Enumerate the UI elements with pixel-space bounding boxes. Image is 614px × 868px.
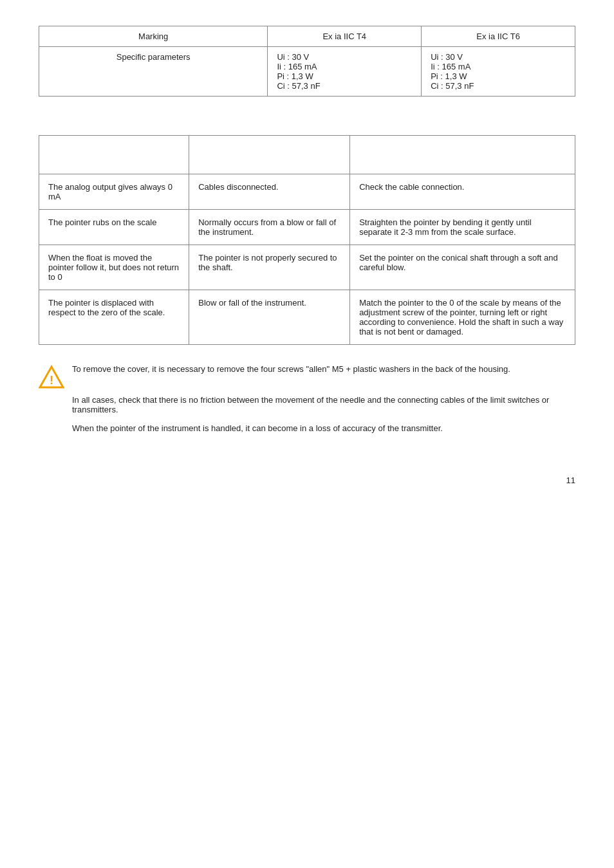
remedy-2: Straighten the pointer by bending it gen… bbox=[350, 210, 575, 245]
warning-section: ! To remove the cover, it is necessary t… bbox=[39, 364, 575, 437]
table-row: The pointer rubs on the scale Normally o… bbox=[39, 210, 575, 245]
cause-4: Blow or fall of the instrument. bbox=[189, 290, 350, 345]
svg-text:!: ! bbox=[50, 374, 53, 387]
remedy-3: Set the pointer on the conical shaft thr… bbox=[350, 245, 575, 290]
cause-3: The pointer is not properly secured to t… bbox=[189, 245, 350, 290]
parameters-table: Marking Ex ia IIC T4 Ex ia IIC T6 Specif… bbox=[39, 26, 575, 97]
table-row: When the float is moved the pointer foll… bbox=[39, 245, 575, 290]
trouble-table: The analog output gives always 0 mA Cabl… bbox=[39, 135, 575, 345]
table-header-row bbox=[39, 136, 575, 174]
t6-header: Ex ia IIC T6 bbox=[422, 26, 575, 47]
symptom-4: The pointer is displaced with respect to… bbox=[39, 290, 189, 345]
symptom-3: When the float is moved the pointer foll… bbox=[39, 245, 189, 290]
t6-params: Ui : 30 V Ii : 165 mA Pi : 1,3 W Ci : 57… bbox=[422, 47, 575, 97]
col2-header bbox=[189, 136, 350, 174]
table-row: The analog output gives always 0 mA Cabl… bbox=[39, 174, 575, 210]
col1-header bbox=[39, 136, 189, 174]
specific-params-label: Specific parameters bbox=[39, 47, 268, 97]
t4-params: Ui : 30 V Ii : 165 mA Pi : 1,3 W Ci : 57… bbox=[268, 47, 422, 97]
cause-2: Normally occurs from a blow or fall of t… bbox=[189, 210, 350, 245]
remedy-1: Check the cable connection. bbox=[350, 174, 575, 210]
table-row: The pointer is displaced with respect to… bbox=[39, 290, 575, 345]
warning-paragraph-2: In all cases, check that there is no fri… bbox=[72, 395, 575, 414]
t4-header: Ex ia IIC T4 bbox=[268, 26, 422, 47]
marking-header: Marking bbox=[39, 26, 268, 47]
col3-header bbox=[350, 136, 575, 174]
cause-1: Cables disconnected. bbox=[189, 174, 350, 210]
warning-text-1: To remove the cover, it is necessary to … bbox=[72, 364, 575, 374]
warning-paragraph-3: When the pointer of the instrument is ha… bbox=[72, 423, 575, 433]
remedy-4: Match the pointer to the 0 of the scale … bbox=[350, 290, 575, 345]
warning-row-1: ! To remove the cover, it is necessary t… bbox=[39, 364, 575, 390]
page-number: 11 bbox=[39, 476, 575, 485]
symptom-1: The analog output gives always 0 mA bbox=[39, 174, 189, 210]
symptom-2: The pointer rubs on the scale bbox=[39, 210, 189, 245]
warning-icon: ! bbox=[39, 364, 64, 390]
